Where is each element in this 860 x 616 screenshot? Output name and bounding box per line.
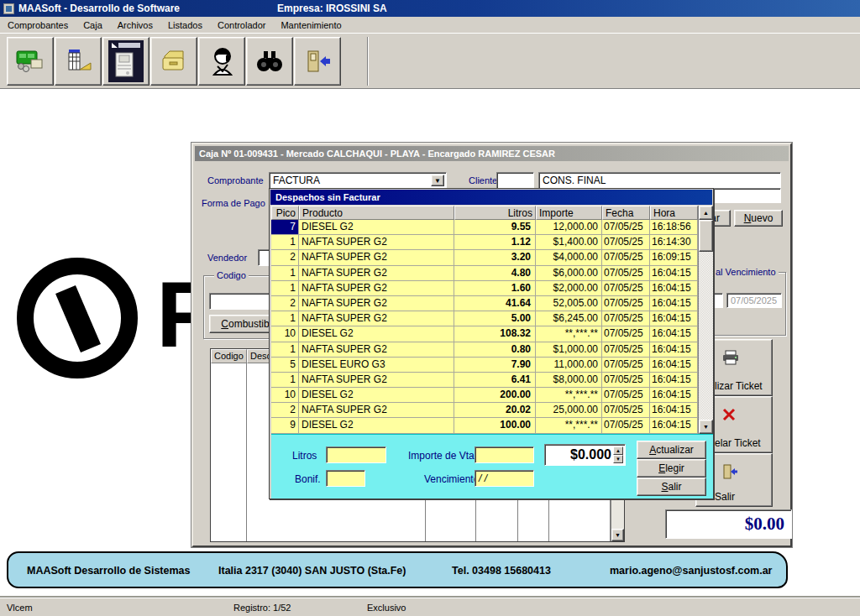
- importe-vta-label: Importe de Vta.: [408, 450, 477, 462]
- toolbar-button-buscar[interactable]: [246, 37, 293, 86]
- operator-icon: [206, 46, 238, 76]
- table-row[interactable]: 10 DIESEL G2 200.00 **,***.** 07/05/25 1…: [271, 388, 698, 403]
- table-row[interactable]: 2 NAFTA SUPER G2 41.64 52,005.00 07/05/2…: [271, 296, 698, 311]
- salir-button[interactable]: Salir: [637, 478, 706, 496]
- printer-icon: [721, 350, 740, 365]
- footer-banner: MAASoft Desarrollo de Sistemas Italia 23…: [7, 551, 788, 588]
- forma-pago-label: Forma de Pago: [202, 198, 265, 208]
- toolbar-button-caja[interactable]: [7, 37, 54, 86]
- statusbar: Vlcem Registro: 1/52 Exclusivo: [0, 598, 860, 616]
- vencimiento-groupbox: al Vencimiento 07/05/2025: [704, 272, 786, 336]
- col-codigo: Codigo: [211, 349, 247, 363]
- vencimiento-label: al Vencimiento: [713, 267, 779, 277]
- status-registro: Registro: 1/52: [233, 603, 291, 613]
- despachos-table-body: 7 DIESEL G2 9.55 12,000.00 07/05/25 16:1…: [271, 220, 698, 434]
- vencimiento-label: Vencimiento: [424, 473, 479, 485]
- caja-window-title: Caja Nº 01-009431 - Mercado CALCHAQUI - …: [199, 149, 555, 159]
- cliente-nombre-input[interactable]: CONS. FINAL: [538, 172, 781, 189]
- table-row[interactable]: 10 DIESEL G2 108.32 **,***.** 07/05/25 1…: [271, 326, 698, 342]
- table-row[interactable]: 7 DIESEL G2 9.55 12,000.00 07/05/25 16:1…: [271, 220, 698, 235]
- menu-item[interactable]: Controlador: [210, 18, 273, 33]
- toolbar-button-afip[interactable]: [102, 37, 149, 86]
- despachos-table-header: Pico Producto Litros Importe Fecha Hora: [271, 206, 698, 220]
- actualizar-button[interactable]: Actualizar: [637, 441, 706, 459]
- nuevo-button[interactable]: Nuevo: [734, 210, 783, 227]
- col-producto[interactable]: Producto: [299, 206, 454, 220]
- comprobante-select[interactable]: FACTURA ▼: [269, 172, 447, 189]
- binoculars-icon: [254, 46, 286, 76]
- col-hora[interactable]: Hora: [650, 206, 698, 220]
- scroll-up-icon[interactable]: ▲: [699, 206, 713, 220]
- menu-item[interactable]: Listados: [160, 18, 210, 33]
- exit-door-icon: [302, 46, 333, 76]
- importe-vta-input[interactable]: [475, 446, 534, 463]
- spinner-up-icon[interactable]: ▲: [613, 446, 623, 455]
- footer-phone: Tel. 03498 15680413: [452, 565, 551, 577]
- table-row[interactable]: 9 DIESEL G2 100.00 **,***.** 07/05/25 16…: [271, 418, 698, 433]
- despachos-dialog: Despachos sin Facturar Pico Producto Lit…: [269, 188, 714, 499]
- red-x-icon: [721, 407, 737, 422]
- company-title: Empresa: IROSSINI SA: [277, 3, 387, 14]
- table-row[interactable]: 1 NAFTA SUPER G2 4.80 $6,000.00 07/05/25…: [271, 266, 698, 281]
- vencimiento-input[interactable]: / /: [475, 470, 534, 487]
- table-row[interactable]: 1 NAFTA SUPER G2 1.60 $2,000.00 07/05/25…: [271, 281, 698, 296]
- despachos-dialog-titlebar[interactable]: Despachos sin Facturar: [270, 190, 712, 205]
- cliente-codigo-input[interactable]: [496, 172, 534, 189]
- vendedor-label: Vendedor: [207, 253, 247, 263]
- toolbar-button-archivos[interactable]: [150, 37, 197, 86]
- cliente-label: Cliente: [469, 175, 497, 185]
- footer-company: MAASoft Desarrollo de Sistemas: [27, 565, 191, 577]
- toolbar: [0, 34, 860, 89]
- codigo-group-label: Codigo: [214, 270, 249, 280]
- caja-window-titlebar[interactable]: Caja Nº 01-009431 - Mercado CALCHAQUI - …: [195, 146, 789, 161]
- table-row[interactable]: 1 NAFTA SUPER G2 6.41 $8,000.00 07/05/25…: [271, 373, 698, 388]
- menu-item[interactable]: Archivos: [110, 18, 160, 33]
- toolbar-button-depositos[interactable]: [55, 37, 102, 86]
- menu-item[interactable]: Caja: [76, 18, 110, 33]
- precio-spinner[interactable]: $0.000 ▲ ▼: [544, 444, 626, 466]
- litros-label: Litros: [292, 450, 317, 462]
- table-row[interactable]: 2 NAFTA SUPER G2 20.02 25,000.00 07/05/2…: [271, 403, 698, 418]
- spinner-down-icon[interactable]: ▼: [613, 455, 623, 463]
- despachos-dialog-title: Despachos sin Facturar: [275, 192, 380, 202]
- footer-address: Italia 2317 (3040) SAN JUSTO (Sta.Fe): [218, 565, 406, 577]
- elegir-button[interactable]: Elegir: [637, 459, 706, 478]
- scroll-down-icon[interactable]: ▼: [611, 529, 624, 541]
- despachos-table-scrollbar[interactable]: ▲ ▼: [698, 206, 713, 434]
- chevron-down-icon[interactable]: ▼: [431, 175, 444, 186]
- col-pico[interactable]: Pico: [271, 206, 299, 220]
- vencimiento-fecha-input[interactable]: 07/05/2025: [726, 293, 782, 308]
- menu-item[interactable]: Comprobantes: [0, 18, 76, 33]
- table-row[interactable]: 5 DIESEL EURO G3 7.90 11,000.00 07/05/25…: [271, 358, 698, 373]
- app-titlebar[interactable]: MAASoft - Desarrollo de Software Empresa…: [0, 0, 860, 17]
- col-importe[interactable]: Importe: [536, 206, 602, 220]
- litros-input[interactable]: [326, 446, 386, 463]
- footer-email: mario.ageno@sanjustosf.com.ar: [610, 565, 773, 577]
- exit-door-icon: [721, 464, 738, 479]
- scrollbar-thumb[interactable]: [699, 220, 713, 252]
- afip-controller-icon: [108, 39, 144, 83]
- table-row[interactable]: 1 NAFTA SUPER G2 1.12 $1,400.00 07/05/25…: [271, 235, 698, 250]
- archive-box-icon: [158, 46, 190, 76]
- deposits-rack-icon: [62, 46, 94, 76]
- brand-logo-icon: [15, 256, 139, 380]
- table-row[interactable]: 1 NAFTA SUPER G2 0.80 $1,000.00 07/05/25…: [271, 342, 698, 358]
- table-row[interactable]: 2 NAFTA SUPER G2 3.20 $4,000.00 07/05/25…: [271, 250, 698, 265]
- bonif-input[interactable]: [326, 470, 365, 487]
- despachos-table: Pico Producto Litros Importe Fecha Hora …: [271, 206, 698, 434]
- col-litros[interactable]: Litros: [454, 206, 536, 220]
- app-icon: [3, 3, 14, 14]
- toolbar-button-salir[interactable]: [294, 37, 341, 86]
- status-user: Vlcem: [7, 603, 33, 613]
- table-row[interactable]: 1 NAFTA SUPER G2 5.00 $6,245.00 07/05/25…: [271, 311, 698, 326]
- toolbar-button-operador[interactable]: [198, 37, 245, 86]
- menubar: ComprobantesCajaArchivosListadosControla…: [0, 17, 860, 34]
- col-fecha[interactable]: Fecha: [602, 206, 650, 220]
- scroll-down-icon[interactable]: ▼: [699, 420, 713, 434]
- despachos-footer-panel: Litros Importe de Vta. $0.000 ▲ ▼ Bonif.…: [271, 434, 713, 499]
- menu-item[interactable]: Mantenimiento: [273, 18, 349, 33]
- total-display: $0.00: [665, 509, 792, 539]
- comprobante-label: Comprobante: [207, 175, 264, 185]
- app-title: MAASoft - Desarrollo de Software: [18, 3, 180, 14]
- bonif-label: Bonif.: [295, 473, 321, 485]
